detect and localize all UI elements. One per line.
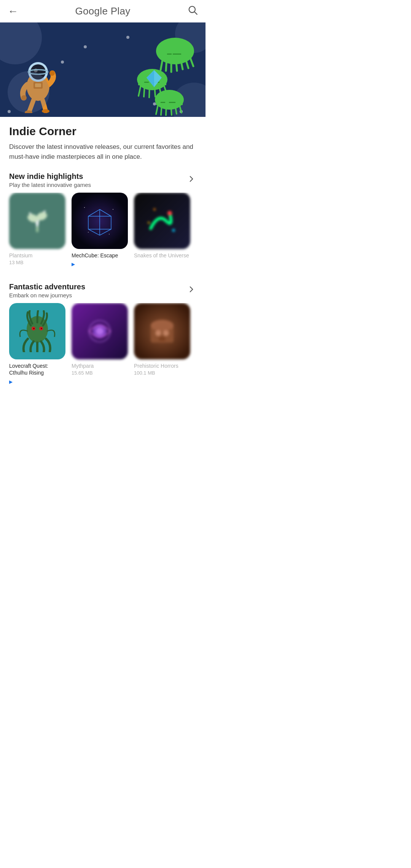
category-title-new-indie-highlights: New indie highlights (9, 172, 91, 181)
svg-rect-73 (159, 337, 165, 341)
categories-container: New indie highlights Play the latest inn… (0, 164, 206, 393)
svg-line-18 (166, 58, 167, 71)
search-icon[interactable] (187, 5, 198, 18)
app-name-0-1: MechCube: Escape (72, 252, 128, 259)
svg-point-68 (96, 327, 104, 335)
dot-2 (61, 61, 64, 64)
svg-line-1 (194, 12, 197, 14)
category-subtitle-fantastic-adventures: Embark on new journeys (9, 292, 85, 298)
category-text-new-indie-highlights: New indie highlights Play the latest inn… (9, 172, 91, 188)
svg-point-50 (113, 209, 113, 210)
svg-point-9 (25, 110, 32, 113)
app-sub-1-1: 15.65 MB (72, 370, 128, 376)
app-sub-0-0: 13 MB (9, 260, 65, 265)
arrow-right-icon-fantastic-adventures (186, 284, 196, 297)
svg-point-60 (148, 222, 150, 224)
svg-point-8 (49, 70, 55, 76)
indie-corner-title: Indie Corner (9, 124, 196, 138)
jellyfish-illustration (110, 28, 202, 116)
early-access-icon: ▶ (72, 262, 75, 267)
svg-line-20 (176, 58, 177, 71)
svg-point-70 (151, 320, 174, 331)
svg-rect-11 (33, 82, 43, 89)
svg-line-29 (144, 85, 145, 97)
svg-rect-48 (36, 227, 38, 232)
svg-point-72 (163, 330, 169, 336)
category-subtitle-new-indie-highlights: Play the latest innovative games (9, 182, 91, 188)
category-text-fantastic-adventures: Fantastic adventures Embark on new journ… (9, 282, 85, 298)
svg-line-30 (149, 85, 150, 97)
early-access-badge-0-1: ▶ (72, 260, 75, 267)
app-name-1-0: Lovecraft Quest: Cthulhu Rising (9, 362, 65, 376)
arrow-right-icon-new-indie-highlights (186, 174, 196, 187)
category-row-fantastic-adventures[interactable]: Fantastic adventures Embark on new journ… (0, 275, 206, 303)
svg-line-39 (161, 105, 162, 115)
app-name-0-2: Snakes of the Universe (134, 252, 190, 259)
svg-point-71 (155, 330, 161, 336)
indie-corner-desc: Discover the latest innovative releases,… (9, 142, 196, 161)
category-section-fantastic-adventures: Fantastic adventures Embark on new journ… (0, 275, 206, 392)
dot-1 (84, 45, 87, 48)
apps-scroll-new-indie-highlights: Plantsium 13 MB MechCube: Escape (0, 193, 206, 275)
app-card-0-1[interactable]: MechCube: Escape ▶ (72, 193, 128, 267)
svg-point-10 (42, 109, 49, 113)
top-bar: ← Google Play (0, 0, 206, 22)
svg-point-47 (26, 213, 39, 223)
app-card-1-1[interactable]: Mythpara 15.65 MB (72, 303, 128, 385)
svg-line-31 (155, 85, 155, 97)
app-name-1-2: Prehistoric Horrors (134, 362, 190, 369)
app-card-1-2[interactable]: Prehistoric Horrors 100.1 MB (134, 303, 190, 385)
app-name-0-0: Plantsium (9, 252, 65, 259)
category-section-new-indie-highlights: New indie highlights Play the latest inn… (0, 164, 206, 275)
app-card-1-0[interactable]: Lovecraft Quest: Cthulhu Rising ▶ (9, 303, 65, 385)
svg-line-38 (156, 105, 158, 114)
svg-point-7 (21, 95, 27, 101)
svg-point-65 (41, 328, 42, 329)
svg-point-5 (34, 69, 38, 72)
svg-point-4 (30, 64, 46, 80)
app-title: Google Play (75, 5, 131, 17)
svg-line-41 (171, 105, 172, 115)
apps-scroll-fantastic-adventures: Lovecraft Quest: Cthulhu Rising ▶ Mythpa… (0, 303, 206, 392)
category-row-new-indie-highlights[interactable]: New indie highlights Play the latest inn… (0, 164, 206, 193)
app-card-0-0[interactable]: Plantsium 13 MB (9, 193, 65, 267)
svg-point-59 (172, 229, 175, 232)
back-icon[interactable]: ← (8, 5, 18, 18)
app-name-1-1: Mythpara (72, 362, 128, 369)
svg-point-57 (167, 211, 172, 215)
indie-corner-header: Indie Corner Discover the latest innovat… (0, 117, 206, 164)
svg-point-64 (33, 328, 35, 329)
early-access-icon: ▶ (9, 379, 13, 385)
app-sub-1-2: 100.1 MB (134, 370, 190, 376)
early-access-badge-1-0: ▶ (9, 378, 13, 385)
svg-point-58 (153, 208, 156, 211)
svg-line-40 (166, 105, 166, 115)
svg-rect-12 (35, 83, 41, 87)
app-card-0-2[interactable]: Snakes of the Universe (134, 193, 190, 267)
dot-3 (8, 110, 11, 113)
svg-point-49 (84, 207, 85, 208)
svg-point-52 (109, 234, 110, 235)
category-title-fantastic-adventures: Fantastic adventures (9, 282, 85, 291)
svg-point-51 (88, 232, 89, 233)
astronaut-illustration (19, 48, 57, 113)
hero-banner (0, 22, 206, 117)
svg-line-28 (139, 85, 141, 96)
